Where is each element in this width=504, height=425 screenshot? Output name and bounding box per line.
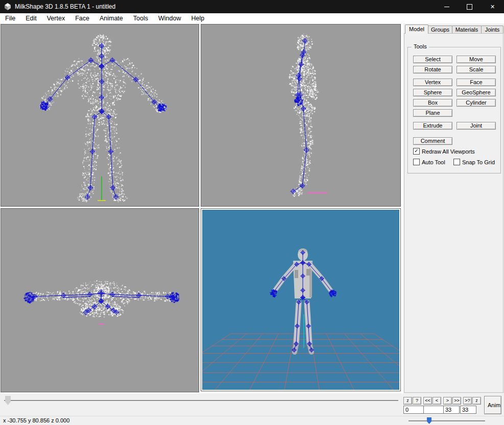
tools-group-label: Tools	[412, 43, 429, 49]
menu-item-edit[interactable]: Edit	[20, 13, 42, 23]
side-viewport[interactable]	[201, 24, 400, 206]
minimize-button[interactable]	[435, 0, 458, 13]
total-frames-input[interactable]	[443, 406, 460, 414]
sphere-tool-button[interactable]: Sphere	[413, 89, 452, 96]
auto-tool-row: Auto Tool	[413, 159, 445, 165]
menu-item-window[interactable]: Window	[153, 13, 186, 23]
app-icon	[4, 3, 12, 11]
frame-slider-thumb[interactable]	[5, 396, 11, 405]
coordinates-readout: x -30.755 y 80.856 z 0.000	[3, 417, 69, 423]
plane-tool-button[interactable]: Plane	[413, 109, 452, 117]
auto-tool-label: Auto Tool	[422, 159, 445, 165]
auto-tool-checkbox[interactable]	[413, 159, 420, 165]
tab-joints[interactable]: Joints	[481, 26, 503, 34]
frame-input-2[interactable]	[423, 406, 444, 414]
front-viewport-frame	[1, 24, 199, 207]
window-title: MilkShape 3D 1.8.5 BETA 1 - untitled	[15, 3, 435, 10]
select-tool-button[interactable]: Select	[413, 56, 452, 63]
redraw-all-viewports-label: Redraw All Viewports	[422, 148, 475, 155]
kf-z-right-button[interactable]: z	[472, 397, 481, 405]
current-frame-input[interactable]	[403, 406, 424, 414]
kf-step-key-button[interactable]: >?	[463, 397, 472, 405]
tab-model[interactable]: Model	[405, 24, 428, 34]
perspective-viewport-frame	[201, 208, 401, 391]
face-tool-button[interactable]: Face	[457, 79, 496, 86]
maximize-icon	[467, 4, 472, 10]
tab-materials[interactable]: Materials	[452, 26, 482, 34]
joint-tool-button[interactable]: Joint	[457, 122, 496, 130]
viewport-area	[0, 23, 403, 393]
maximize-button[interactable]	[458, 0, 481, 13]
anim-button[interactable]: Anim	[484, 396, 501, 414]
mini-slider-track[interactable]	[409, 420, 485, 422]
cylinder-tool-button[interactable]: Cylinder	[457, 99, 496, 107]
title-bar: MilkShape 3D 1.8.5 BETA 1 - untitled ✕	[0, 0, 504, 13]
frame-slider-track[interactable]	[4, 400, 398, 402]
geosphere-tool-button[interactable]: GeoSphere	[457, 89, 496, 96]
end-frame-input[interactable]	[460, 406, 476, 414]
top-viewport[interactable]	[1, 209, 199, 392]
menu-item-face[interactable]: Face	[70, 13, 94, 23]
close-icon: ✕	[490, 4, 495, 10]
redraw-all-viewports-row: ✓ Redraw All Viewports	[413, 148, 475, 155]
menu-item-vertex[interactable]: Vertex	[42, 13, 70, 23]
app-window: MilkShape 3D 1.8.5 BETA 1 - untitled ✕ F…	[0, 0, 504, 425]
side-panel: Model Groups Materials Joints Tools Sele…	[403, 23, 504, 425]
close-button[interactable]: ✕	[481, 0, 504, 13]
menu-item-tools[interactable]: Tools	[128, 13, 153, 23]
rotate-tool-button[interactable]: Rotate	[413, 66, 452, 73]
menu-item-help[interactable]: Help	[186, 13, 209, 23]
first-frame-button[interactable]: <<	[423, 397, 432, 405]
scale-tool-button[interactable]: Scale	[457, 66, 496, 73]
comment-tool-button[interactable]: Comment	[413, 137, 452, 145]
tab-groups[interactable]: Groups	[428, 26, 452, 34]
last-frame-button[interactable]: >>	[452, 397, 461, 405]
front-viewport[interactable]	[1, 24, 199, 206]
keyframer-bar: z ? << < > >> >? z Anim	[0, 393, 504, 416]
kf-z-left-button[interactable]: z	[403, 397, 412, 405]
menu-item-file[interactable]: File	[0, 13, 20, 23]
model-tab-page: Tools Select Move Rotate Scale Vertex Fa…	[404, 33, 503, 393]
next-frame-button[interactable]: >	[443, 397, 452, 405]
prev-frame-button[interactable]: <	[433, 397, 441, 405]
snap-to-grid-checkbox[interactable]	[453, 159, 460, 165]
perspective-viewport[interactable]	[202, 210, 399, 390]
redraw-all-viewports-checkbox[interactable]: ✓	[413, 148, 420, 155]
side-viewport-frame	[201, 24, 401, 207]
tools-groupbox: Tools Select Move Rotate Scale Vertex Fa…	[407, 47, 501, 173]
kf-help-button[interactable]: ?	[413, 397, 421, 405]
move-tool-button[interactable]: Move	[457, 56, 496, 63]
top-viewport-frame	[1, 208, 199, 392]
vertex-tool-button[interactable]: Vertex	[413, 79, 452, 86]
menu-item-animate[interactable]: Animate	[94, 13, 128, 23]
box-tool-button[interactable]: Box	[413, 99, 452, 107]
minimize-icon	[444, 7, 449, 7]
snap-to-grid-label: Snap To Grid	[462, 159, 495, 165]
menu-bar: File Edit Vertex Face Animate Tools Wind…	[0, 13, 504, 23]
snap-to-grid-row: Snap To Grid	[453, 159, 495, 165]
extrude-tool-button[interactable]: Extrude	[413, 122, 452, 130]
